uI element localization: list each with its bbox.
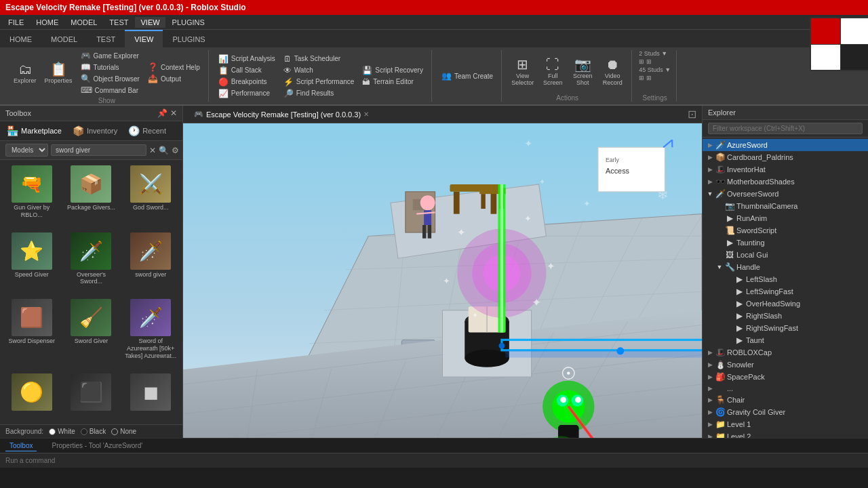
- ribbon-tab-home[interactable]: HOME: [0, 30, 41, 47]
- properties-button[interactable]: 📋 Properties: [42, 61, 75, 85]
- command-input[interactable]: [5, 457, 209, 464]
- ribbon-tab-view[interactable]: VIEW: [125, 30, 163, 47]
- nav-recent[interactable]: 🕐 Recent: [127, 124, 167, 138]
- game-explorer-button[interactable]: 🎮 Game Explorer: [78, 50, 142, 61]
- video-record-button[interactable]: ⏺ VideoRecord: [599, 56, 626, 87]
- tree-item-inventorhat[interactable]: ▶ 🎩 InventorHat: [703, 163, 868, 176]
- tree-item-localgui[interactable]: 🖼 Local Gui: [703, 249, 868, 261]
- task-scheduler-button[interactable]: 🗓 Task Scheduler: [281, 54, 357, 64]
- toolbox-close-button[interactable]: ✕: [170, 108, 177, 118]
- list-item[interactable]: 🟡: [3, 371, 61, 422]
- menu-item-home[interactable]: HOME: [31, 17, 64, 28]
- output-button[interactable]: 📤 Output: [145, 73, 203, 84]
- list-item[interactable]: 🗡️ Sword of Azurewrath [50k+ Takes] Azur…: [121, 296, 180, 369]
- toolbox-panel: Toolbox 📌 ✕ 🏪 Marketplace 📦 Inventory 🕐 …: [0, 106, 183, 438]
- tree-item-gravity-coil[interactable]: ▶ 🌀 Gravity Coil Giver: [703, 406, 868, 418]
- menu-bar: FILE HOME MODEL TEST VIEW PLUGINS: [0, 15, 868, 30]
- viewport-canvas[interactable]: ❄ ✦ ❄ ✦ ❄ ✦ ❄ ✦ ❄: [183, 123, 702, 438]
- tree-item-leftslash[interactable]: ▶ LeftSlash: [703, 273, 868, 285]
- svg-point-79: [420, 195, 435, 210]
- list-item[interactable]: ⬛: [62, 371, 121, 422]
- toolbox-dock-button[interactable]: 📌: [157, 108, 167, 118]
- script-analysis-button[interactable]: 📊 Script Analysis: [216, 54, 278, 64]
- tutorials-button[interactable]: 📖 Tutorials: [78, 62, 142, 73]
- menu-item-file[interactable]: FILE: [3, 17, 29, 28]
- list-item[interactable]: ◼: [121, 371, 180, 422]
- context-help-button[interactable]: ❓ Context Help: [145, 62, 203, 73]
- script-recovery-button[interactable]: 💾 Script Recovery: [359, 65, 426, 76]
- tree-item-overheadswing[interactable]: ▶ OverHeadSwing: [703, 298, 868, 310]
- ribbon-tab-test[interactable]: TEST: [87, 30, 125, 47]
- list-item[interactable]: 🧹 Sword Giver: [62, 296, 121, 369]
- tree-item-leftswingfast[interactable]: ▶ LeftSwingFast: [703, 285, 868, 298]
- find-results-button[interactable]: 🔎 Find Results: [281, 88, 357, 99]
- tree-item-thumbnailcamera[interactable]: 📷 ThumbnailCamera: [703, 200, 868, 212]
- list-item[interactable]: 🟫 Sword Dispenser: [3, 296, 61, 369]
- tree-item-runanim[interactable]: ▶ RunAnim: [703, 212, 868, 224]
- ribbon-tab-plugins[interactable]: PLUGINS: [163, 30, 214, 47]
- tree-item-snowler[interactable]: ▶ ⛄ Snowler: [703, 359, 868, 371]
- call-stack-button[interactable]: 📋 Call Stack: [216, 65, 278, 76]
- screen-shot-button[interactable]: 📷 ScreenShot: [569, 56, 596, 87]
- tree-item-motherboard[interactable]: ▶ 🕶️ MotherboardShades: [703, 176, 868, 188]
- script-performance-button[interactable]: ⚡ Script Performance: [281, 77, 357, 87]
- view-selector-button[interactable]: ⊞ ViewSelector: [509, 56, 536, 87]
- list-item[interactable]: ⚔️ God Sword...: [121, 163, 180, 228]
- list-item[interactable]: ⭐ Speed Giver: [3, 230, 61, 296]
- bg-white-option[interactable]: White: [49, 428, 75, 435]
- nav-inventory[interactable]: 📦 Inventory: [71, 124, 119, 138]
- tree-item-chair[interactable]: ▶ 🪑 Chair: [703, 394, 868, 406]
- svg-text:✦: ✦: [583, 199, 591, 209]
- list-item[interactable]: 🔫 Gun Giver by RBLO...: [3, 163, 61, 228]
- list-item[interactable]: 🗡️ sword giver: [121, 230, 180, 296]
- explorer-button[interactable]: 🗂 Explorer: [11, 61, 39, 85]
- tree-item-cardboard[interactable]: ▶ 📦 Cardboard_Paldrins: [703, 151, 868, 163]
- category-select[interactable]: Models: [5, 144, 48, 157]
- tree-item-level2[interactable]: ▶ 📁 Level 2: [703, 430, 868, 438]
- viewport-expand-button[interactable]: ⊡: [688, 108, 696, 120]
- bg-none-option[interactable]: None: [111, 428, 136, 435]
- tree-item-level1[interactable]: ▶ 📁 Level 1: [703, 418, 868, 430]
- menu-item-view[interactable]: VIEW: [135, 17, 165, 28]
- clear-search-icon[interactable]: ✕: [149, 146, 156, 155]
- menu-item-model[interactable]: MODEL: [65, 17, 102, 28]
- ribbon-tab-model[interactable]: MODEL: [41, 30, 87, 47]
- filter-input[interactable]: [708, 123, 863, 134]
- bottom-tab-properties[interactable]: Properties - Tool 'AzureSword': [47, 441, 146, 451]
- tree-item-overseersword[interactable]: ▼ 🗡️ OverseerSword: [703, 188, 868, 200]
- svg-rect-72: [500, 184, 503, 333]
- tree-item-robloxcap[interactable]: ▶ 🎩 ROBLOXCap: [703, 346, 868, 359]
- breakpoints-button[interactable]: 🔴 Breakpoints: [216, 77, 278, 87]
- list-item[interactable]: 📦 Package Givers...: [62, 163, 121, 228]
- search-icon[interactable]: 🔍: [159, 146, 169, 155]
- tree-item-taunt[interactable]: ▶ Taunt: [703, 334, 868, 346]
- terrain-editor-button[interactable]: 🏔 Terrain Editor: [359, 77, 426, 87]
- watch-button[interactable]: 👁 Watch: [281, 65, 357, 76]
- search-input[interactable]: [51, 144, 146, 156]
- bottom-tab-toolbox[interactable]: Toolbox: [5, 441, 37, 451]
- tree-item-handle[interactable]: ▼ 🔧 Handle: [703, 261, 868, 273]
- command-bar-button[interactable]: ⌨ Command Bar: [78, 85, 142, 96]
- tree-item-rightswingfast[interactable]: ▶ RightSwingFast: [703, 322, 868, 334]
- menu-item-plugins[interactable]: PLUGINS: [167, 17, 210, 28]
- tree-item-taunting[interactable]: ▶ Taunting: [703, 237, 868, 249]
- bg-black-option[interactable]: Black: [81, 428, 106, 435]
- full-screen-button[interactable]: ⛶ FullScreen: [539, 56, 566, 87]
- object-browser-button[interactable]: 🔍 Object Browser: [78, 73, 142, 84]
- list-item[interactable]: 🗡️ Overseer's Sword...: [62, 230, 121, 296]
- tree-item-rightslash[interactable]: ▶ RightSlash: [703, 310, 868, 322]
- toolbox-grid: 🔫 Gun Giver by RBLO... 📦 Package Givers.…: [0, 160, 182, 424]
- svg-point-86: [616, 347, 624, 354]
- viewport-tab[interactable]: 🎮 Escape Velocity Remake [Testing] (ver …: [189, 108, 374, 120]
- nav-marketplace[interactable]: 🏪 Marketplace: [5, 124, 63, 138]
- tree-item-spacepack[interactable]: ▶ 🎒 SpacePack: [703, 371, 868, 383]
- team-create-button[interactable]: 👥 Team Create: [439, 70, 496, 81]
- filter-icon[interactable]: ⚙: [172, 146, 179, 155]
- tab-close-button[interactable]: ✕: [363, 110, 369, 118]
- tree-item-swordscript[interactable]: 📜 SwordScript: [703, 224, 868, 237]
- performance-button[interactable]: 📈 Performance: [216, 88, 278, 99]
- tree-item-ellipsis[interactable]: ▶ ...: [703, 383, 868, 394]
- tree-item-azuresword[interactable]: ▶ 🗡️ AzureSword: [703, 139, 868, 151]
- ribbon-group-script: 📊 Script Analysis 📋 Call Stack 🔴 Breakpo…: [210, 50, 432, 102]
- menu-item-test[interactable]: TEST: [104, 17, 134, 28]
